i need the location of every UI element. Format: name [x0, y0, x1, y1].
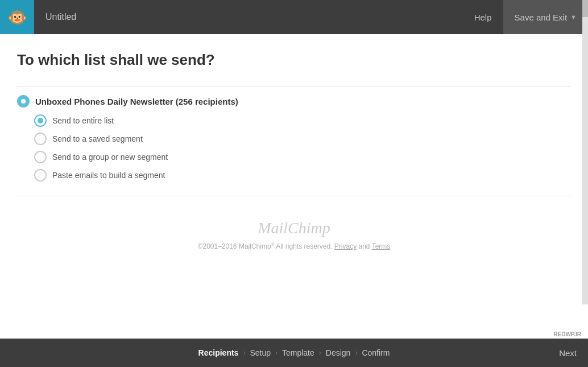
paste-emails-radio[interactable]: [34, 169, 47, 182]
save-exit-label: Save and Exit: [515, 13, 568, 22]
main-list-label: Unboxed Phones Daily Newsletter (256 rec…: [35, 97, 238, 106]
sub-option-group: Send to a group or new segment: [34, 151, 571, 163]
step-confirm: Confirm: [359, 348, 392, 357]
nav-left: 🐵 Untitled: [0, 0, 76, 34]
saved-segment-label: Send to a saved segment: [52, 134, 143, 143]
main-list-option: Unboxed Phones Daily Newsletter (256 rec…: [17, 95, 571, 108]
terms-link[interactable]: Terms: [372, 242, 391, 250]
step-confirm-label[interactable]: Confirm: [359, 348, 392, 357]
saved-segment-radio[interactable]: [34, 133, 47, 145]
footer-text: ©2001–2016 MailChimp® All rights reserve…: [17, 242, 571, 250]
step-recipients: Recipients: [196, 348, 241, 357]
entire-list-label: Send to entire list: [52, 116, 114, 125]
step-design: Design: [324, 348, 353, 357]
privacy-link[interactable]: Privacy: [334, 242, 357, 250]
step-template: Template: [280, 348, 317, 357]
chevron-2-icon: ›: [275, 349, 278, 357]
group-segment-radio[interactable]: [34, 151, 47, 163]
footer-logo: MailChimp: [17, 219, 571, 237]
save-exit-button[interactable]: Save and Exit ▼: [503, 0, 588, 34]
list-section: Unboxed Phones Daily Newsletter (256 rec…: [17, 86, 571, 196]
copyright-text: ©2001–2016 MailChimp: [198, 242, 271, 250]
chimp-icon: 🐵: [7, 8, 27, 27]
main-content: To which list shall we send? Unboxed Pho…: [0, 34, 588, 339]
sub-option-entire: Send to entire list: [34, 114, 571, 127]
footer-and: and: [357, 242, 371, 250]
step-recipients-label[interactable]: Recipients: [196, 348, 241, 357]
chevron-1-icon: ›: [243, 349, 245, 357]
bottom-navigation: Recipients › Setup › Template › Design ›…: [0, 339, 588, 367]
sub-option-saved: Send to a saved segment: [34, 133, 571, 145]
mailchimp-logo: 🐵: [0, 0, 34, 34]
step-setup-label[interactable]: Setup: [247, 348, 273, 357]
step-template-label[interactable]: Template: [280, 348, 317, 357]
sub-option-paste: Paste emails to build a segment: [34, 169, 571, 182]
help-button[interactable]: Help: [463, 0, 503, 34]
chevron-down-icon: ▼: [570, 14, 577, 20]
campaign-title: Untitled: [45, 12, 76, 22]
top-navigation: 🐵 Untitled Help Save and Exit ▼: [0, 0, 588, 34]
sub-options: Send to entire list Send to a saved segm…: [34, 114, 571, 182]
next-button[interactable]: Next: [559, 348, 577, 358]
footer-area: MailChimp ©2001–2016 MailChimp® All righ…: [17, 208, 571, 256]
group-segment-label: Send to a group or new segment: [52, 152, 168, 162]
main-list-radio[interactable]: [17, 95, 30, 108]
entire-list-radio[interactable]: [34, 114, 47, 127]
step-design-label[interactable]: Design: [324, 348, 353, 357]
chevron-3-icon: ›: [319, 349, 321, 357]
page-heading: To which list shall we send?: [17, 51, 571, 69]
watermark: REDWP.IR: [553, 331, 581, 337]
paste-emails-label: Paste emails to build a segment: [52, 171, 165, 180]
scrollbar-thumb[interactable]: [582, 0, 588, 17]
footer-rights: All rights reserved.: [274, 242, 334, 250]
step-setup: Setup: [247, 348, 273, 357]
chevron-4-icon: ›: [355, 349, 357, 357]
nav-right: Help Save and Exit ▼: [463, 0, 588, 34]
workflow-steps: Recipients › Setup › Template › Design ›…: [196, 348, 392, 357]
scrollbar-track[interactable]: [582, 0, 588, 304]
